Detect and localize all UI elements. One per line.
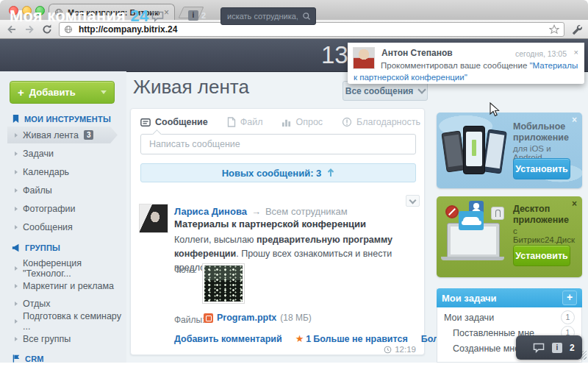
bookmark-icon [12,114,20,124]
composer-field[interactable] [140,134,416,154]
logo-suffix: 24 [130,7,148,25]
post-byline: Лариса Динова → Всем сотрудникам [174,206,348,217]
wrench-menu-icon[interactable] [570,24,582,35]
tab-poll[interactable]: Опрос [282,117,323,127]
item-arrow-icon [15,207,18,211]
desktop-install-button[interactable]: Установить [513,245,570,266]
logo-text: Моя компания [10,7,126,25]
tab-close-icon[interactable]: × [164,8,169,17]
item-arrow-icon [15,284,18,288]
section-title-tools: МОИ ИНСТРУМЕНТЫ [12,114,111,124]
phone-center-graphic [463,126,485,174]
live-feed-badge: 3 [84,130,94,140]
post-collapse-button[interactable] [406,195,420,207]
chat-bubble-icon[interactable] [151,11,164,22]
plus-icon: + [18,86,24,99]
sidebar-item-label: Отдых [23,299,51,309]
sidebar-item-label: Подготовка к семинару ... [23,311,126,332]
tab-label: Сообщение [155,117,208,127]
item-arrow-icon [15,170,18,174]
notification-author[interactable]: Антон Степанов [381,48,453,58]
file-link[interactable]: Program.pptx [217,313,276,323]
star-icon: ★ [295,333,304,344]
info-icon: i [188,10,198,21]
section-title-label: CRM [25,354,44,363]
sidebar-item-label: Файлы [23,185,52,196]
header-search[interactable] [220,7,316,25]
sidebar-item-live-feed[interactable]: Живая лента 3 [0,126,126,144]
desktop-banner-title: Десктоп приложение [513,204,579,226]
sidebar-item-group-conference[interactable]: Конференция "Технолог... [0,259,126,277]
new-messages-banner[interactable]: Новых сообщений: 3 [140,163,416,182]
like-control[interactable]: ★ 1 Больше не нравится [295,333,408,344]
sidebar-item-tasks[interactable]: Задачи [0,144,126,163]
add-comment-link[interactable]: Добавить комментарий [174,334,282,344]
item-arrow-icon [15,337,18,341]
drag-handle[interactable] [523,342,526,354]
arrow-right-icon: → [251,206,261,217]
sidebar-item-label: Маркетинг и реклама [23,281,114,291]
cloud-icon [459,211,484,230]
notification-message: Прокомментировал ваше сообщение [381,61,527,70]
sidebar-item-group-leisure[interactable]: Отдых [0,294,126,313]
tab-file[interactable]: Файл [227,117,263,127]
tab-message[interactable]: Сообщение [140,117,208,127]
file-size: (18 МБ) [280,313,312,323]
filter-label: Все сообщения [345,86,414,96]
clock-icon [384,346,392,354]
file-attachment: Program.pptx (18 МБ) [204,313,312,323]
sidebar-item-label: Сообщения [23,222,73,232]
notification-count: 2 [201,11,206,20]
composer-input[interactable] [148,138,409,150]
task-item-label: Мои задачи [444,313,494,323]
sidebar-item-calendar[interactable]: Календарь [0,163,126,181]
megaphone-icon [12,243,21,252]
sidebar-item-messages[interactable]: Сообщения [0,218,126,236]
notification-popup[interactable]: Антон Степанов сегодня, 13:05 × Прокомме… [348,43,584,84]
page-title: Живая лента [133,76,249,99]
search-input[interactable] [226,11,299,21]
sidebar-item-group-seminar[interactable]: Подготовка к семинару ... [0,312,126,330]
sidebar-item-photos[interactable]: Фотографии [0,199,126,218]
poll-chart-icon [282,118,291,127]
tab-label: Файл [240,117,263,127]
post-author-avatar[interactable] [139,204,168,233]
message-icon [140,118,151,127]
page-bottom-strip [0,363,588,367]
add-button-label: Добавить [29,87,76,98]
info-icon[interactable]: i [552,343,562,353]
browser-window: Моя компания: Битрикс24 × [0,0,588,367]
offline-icon [445,205,459,218]
arrow-up-icon [327,168,334,177]
notification-time: сегодня, 13:05 [515,49,567,58]
gratitude-icon [342,117,352,127]
mobile-install-button[interactable]: Установить [513,158,570,179]
post-time-value: 12:19 [395,345,416,354]
new-messages-label: Новых сообщений: 3 [222,168,322,179]
sidebar-item-all-groups[interactable]: Все группы [0,329,126,348]
sidebar-item-group-marketing[interactable]: Маркетинг и реклама [0,277,126,295]
chat-bubble-icon[interactable] [533,343,545,353]
tab-gratitude[interactable]: Благодарность [342,117,420,127]
site-logo[interactable]: Моя компания 24 [10,7,148,26]
sidebar-item-files[interactable]: Файлы [0,181,126,199]
section-title-label: МОИ ИНСТРУМЕНТЫ [24,115,111,124]
unlike-link[interactable]: Больше не нравится [313,334,407,344]
chat-widget[interactable]: i 2 [516,335,582,360]
feed-filter-button[interactable]: Все сообщения [343,81,428,101]
bookmark-star-icon[interactable] [549,24,559,35]
item-arrow-icon [15,152,18,156]
close-icon[interactable]: × [574,48,578,57]
desktop-banner-subtitle: с Битрикс24.Диск [513,227,581,244]
add-button[interactable]: + Добавить [10,81,115,104]
sidebar-item-label: Календарь [23,167,69,177]
item-arrow-icon [15,225,18,229]
mouse-cursor [488,102,501,117]
post-timestamp: 12:19 [373,345,416,354]
add-task-button[interactable]: + [562,291,577,305]
post-author-link[interactable]: Лариса Динова [174,206,247,217]
tasks-item-my-tasks[interactable]: Мои задачи 1 [437,310,582,325]
header-notifications[interactable]: i 2 [188,10,206,21]
photo-thumbnail[interactable] [202,263,245,304]
search-icon[interactable] [302,12,311,21]
